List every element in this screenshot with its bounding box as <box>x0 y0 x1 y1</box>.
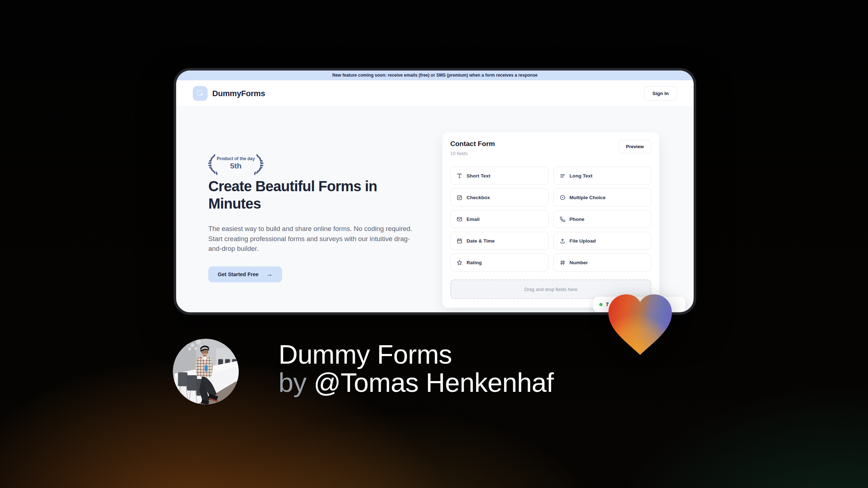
field-type-label: Date & Time <box>467 238 495 244</box>
envelope-icon <box>456 216 463 222</box>
credit-title: Dummy Forms <box>278 341 554 369</box>
arrow-right-icon: → <box>267 271 273 278</box>
hero-title: Create Beautiful Forms in Minutes <box>208 177 416 212</box>
field-type-multiple-choice[interactable]: Multiple Choice <box>553 188 652 206</box>
phone-icon <box>559 216 566 222</box>
site-header: DummyForms Sign In <box>176 80 694 107</box>
product-of-the-day-badge: Product of the day 5th <box>208 154 263 175</box>
field-type-rating[interactable]: Rating <box>450 253 549 271</box>
laurel-branch-icon <box>207 154 219 175</box>
field-type-label: Multiple Choice <box>570 195 606 200</box>
radio-icon <box>559 194 566 201</box>
field-type-label: Rating <box>467 260 482 265</box>
field-type-long-text[interactable]: Long Text <box>553 167 652 185</box>
brand-name: DummyForms <box>212 89 265 98</box>
green-dot-icon <box>599 303 603 306</box>
announcement-banner: New feature coming soon: receive emails … <box>176 70 694 80</box>
byline-prefix: by <box>278 368 314 398</box>
field-type-date-time[interactable]: Date & Time <box>450 232 549 250</box>
upload-icon <box>559 238 566 244</box>
dummyforms-logo-icon <box>193 86 208 101</box>
hero-description: The easiest way to build and share onlin… <box>208 224 429 254</box>
get-started-button[interactable]: Get Started Free → <box>208 266 282 282</box>
promo-canvas: New feature coming soon: receive emails … <box>0 0 868 488</box>
field-type-phone[interactable]: Phone <box>553 210 652 228</box>
field-type-label: File Upload <box>570 238 596 244</box>
field-type-file-upload[interactable]: File Upload <box>553 232 652 250</box>
field-type-number[interactable]: Number <box>553 253 652 271</box>
align-left-icon <box>559 173 566 179</box>
browser-window: New feature coming soon: receive emails … <box>174 68 696 315</box>
field-type-checkbox[interactable]: Checkbox <box>450 188 549 206</box>
form-builder-card: Contact Form 10 fields Preview Short Tex… <box>442 132 659 308</box>
maker-avatar <box>173 339 239 404</box>
heart-icon <box>605 291 676 357</box>
field-type-label: Checkbox <box>467 195 490 200</box>
preview-button[interactable]: Preview <box>618 140 651 153</box>
field-type-label: Long Text <box>570 173 593 179</box>
credit-byline: by @Tomas Henkenhaf <box>278 369 554 397</box>
field-type-label: Short Text <box>467 173 490 179</box>
get-started-label: Get Started Free <box>218 271 259 277</box>
sign-in-button[interactable]: Sign In <box>644 86 677 100</box>
credit-text: Dummy Forms by @Tomas Henkenhaf <box>278 341 554 397</box>
field-type-label: Number <box>570 260 588 265</box>
field-type-email[interactable]: Email <box>450 210 549 228</box>
type-icon <box>456 173 463 179</box>
field-type-grid: Short TextLong TextCheckboxMultiple Choi… <box>450 167 651 271</box>
calendar-icon <box>456 238 463 244</box>
byline-handle: @Tomas Henkenhaf <box>314 368 554 398</box>
field-type-short-text[interactable]: Short Text <box>450 167 549 185</box>
field-type-label: Email <box>467 217 480 222</box>
field-type-label: Phone <box>570 217 584 222</box>
laurel-branch-icon <box>252 154 265 175</box>
checkbox-icon <box>456 194 463 201</box>
hash-icon <box>559 260 566 266</box>
star-icon <box>456 260 463 266</box>
